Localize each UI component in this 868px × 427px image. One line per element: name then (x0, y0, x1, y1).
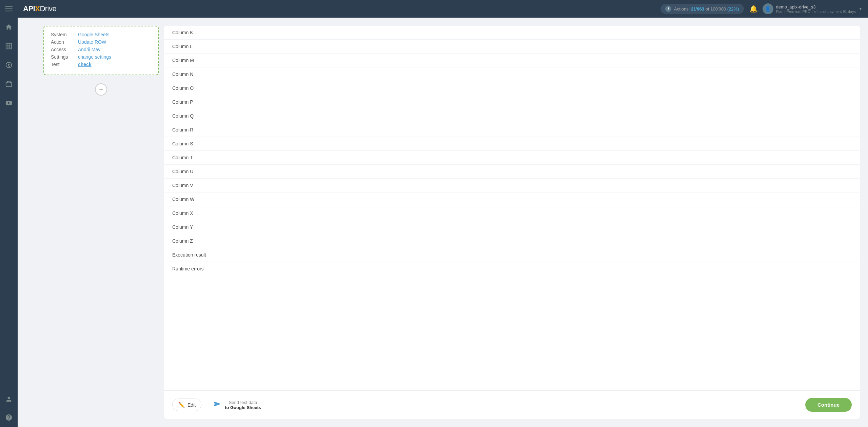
panel-footer: ✏️ Edit Send test data to Google Sheets … (164, 390, 860, 419)
svg-rect-1 (5, 8, 13, 9)
list-item: Column S (164, 137, 860, 151)
system-label: System (51, 32, 78, 37)
user-plan: Plan | Premium PRO | left until payment … (776, 9, 856, 14)
svg-rect-2 (5, 11, 13, 12)
actions-of: of (706, 6, 710, 12)
list-item: Column N (164, 67, 860, 81)
system-value[interactable]: Google Sheets (78, 32, 110, 37)
logo-drive: Drive (40, 4, 56, 13)
user-area[interactable]: 👤 demo_apix-drive_s3 Plan | Premium PRO … (763, 3, 863, 14)
list-item: Column R (164, 123, 860, 137)
edit-label: Edit (188, 402, 196, 408)
edit-icon: ✏️ (178, 402, 185, 408)
user-name: demo_apix-drive_s3 (776, 4, 856, 9)
topbar: APIXDrive i Actions: 21'963 of 100'000 (… (18, 0, 868, 18)
settings-value[interactable]: change settings (78, 54, 111, 60)
user-info: demo_apix-drive_s3 Plan | Premium PRO | … (776, 4, 856, 14)
list-item: Column Q (164, 109, 860, 123)
list-item: Column U (164, 165, 860, 179)
action-row: Action Update ROW (51, 39, 151, 45)
list-item: Column M (164, 54, 860, 67)
logo: APIXDrive (23, 4, 56, 13)
person-icon[interactable] (0, 390, 18, 408)
system-row: System Google Sheets (51, 32, 151, 37)
test-value[interactable]: check (78, 62, 92, 67)
main-content: System Google Sheets Action Update ROW A… (35, 18, 868, 427)
actions-text: Actions: 21'963 of 100'000 (22%) (674, 6, 739, 12)
youtube-icon[interactable] (0, 94, 18, 112)
access-label: Access (51, 47, 78, 52)
send-test-button[interactable]: Send test data to Google Sheets (207, 396, 267, 413)
continue-button[interactable]: Continue (805, 398, 852, 412)
list-item: Column V (164, 179, 860, 192)
list-item: Column L (164, 40, 860, 54)
access-row: Access Andrii Mav (51, 47, 151, 52)
list-item: Execution result (164, 248, 860, 262)
info-icon: i (665, 6, 671, 12)
send-icon (213, 399, 222, 410)
continue-btn-area: Continue (805, 398, 852, 412)
list-item: Column Z (164, 234, 860, 248)
briefcase-icon[interactable] (0, 75, 18, 93)
send-test-top: Send test data (225, 400, 261, 405)
send-test-text: Send test data to Google Sheets (225, 400, 261, 410)
settings-row: Settings change settings (51, 54, 151, 60)
list-item: Column P (164, 95, 860, 109)
columns-list: Column KColumn LColumn MColumn NColumn O… (164, 26, 860, 390)
list-item: Column O (164, 81, 860, 95)
access-value[interactable]: Andrii Mav (78, 47, 100, 52)
right-panel: Column KColumn LColumn MColumn NColumn O… (164, 26, 860, 419)
test-label: Test (51, 62, 78, 67)
test-row: Test check (51, 62, 151, 67)
help-icon[interactable] (0, 409, 18, 426)
left-panel: System Google Sheets Action Update ROW A… (43, 26, 159, 419)
list-item: Column W (164, 192, 860, 206)
actions-label: Actions: (674, 6, 690, 12)
action-label: Action (51, 39, 78, 45)
list-item: Column K (164, 26, 860, 40)
sidebar (0, 0, 18, 427)
list-item: Column Y (164, 220, 860, 234)
avatar: 👤 (763, 3, 773, 14)
home-icon[interactable] (0, 18, 18, 36)
bell-icon[interactable]: 🔔 (749, 5, 758, 13)
list-item: Column T (164, 151, 860, 165)
actions-total: 100'000 (710, 6, 726, 12)
action-value[interactable]: Update ROW (78, 39, 106, 45)
actions-count: 21'963 (691, 6, 704, 12)
logo-x: X (35, 4, 40, 13)
svg-rect-0 (5, 6, 13, 7)
menu-icon[interactable] (0, 0, 18, 18)
list-item: Column X (164, 206, 860, 220)
settings-label: Settings (51, 54, 78, 60)
logo-api: API (23, 4, 35, 13)
send-test-bottom: to Google Sheets (225, 405, 261, 410)
list-item: Runtime errors (164, 262, 860, 276)
add-step-button[interactable]: + (95, 83, 107, 96)
actions-pct: (22%) (727, 6, 739, 12)
diagram-icon[interactable] (0, 37, 18, 55)
add-step: + (43, 79, 159, 100)
chevron-down-icon: ▼ (859, 6, 863, 11)
edit-button[interactable]: ✏️ Edit (172, 399, 201, 411)
dollar-icon[interactable] (0, 56, 18, 74)
actions-badge: i Actions: 21'963 of 100'000 (22%) (660, 4, 744, 14)
info-card: System Google Sheets Action Update ROW A… (43, 26, 159, 75)
